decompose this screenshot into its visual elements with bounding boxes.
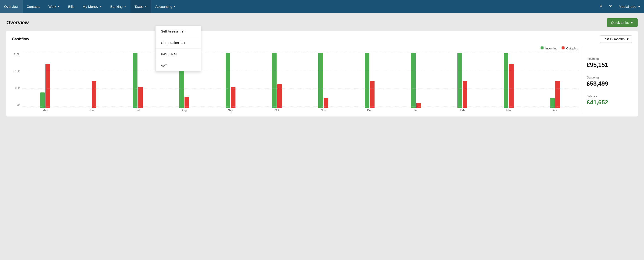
bars-row-feb bbox=[458, 53, 467, 108]
y-label-10k: £10k bbox=[12, 70, 20, 73]
bar-group-apr bbox=[550, 53, 560, 108]
bar-incoming-apr bbox=[550, 98, 555, 108]
chart-main: Incoming Outgoing £15k £10k £5k £0 bbox=[12, 46, 578, 112]
nav-label-taxes: Taxes bbox=[134, 5, 144, 9]
x-label-nov: Nov bbox=[318, 109, 328, 112]
bar-group-may bbox=[40, 53, 50, 108]
nav-item-taxes[interactable]: Taxes▼ bbox=[130, 0, 151, 13]
stat-balance-value: £41,652 bbox=[587, 99, 632, 106]
stat-outgoing-label: Outgoing bbox=[587, 76, 632, 79]
bars-row-dec bbox=[365, 53, 374, 108]
x-label-mar: Mar bbox=[504, 109, 514, 112]
chart-area: Incoming Outgoing £15k £10k £5k £0 bbox=[12, 46, 632, 112]
legend-outgoing-label: Outgoing bbox=[566, 47, 578, 50]
nav-item-banking[interactable]: Banking▼ bbox=[106, 0, 130, 13]
bar-outgoing-jun bbox=[92, 81, 96, 108]
bar-group-jul bbox=[133, 53, 143, 108]
chart-with-axis: £15k £10k £5k £0 bbox=[12, 53, 578, 112]
stat-incoming-label: Incoming bbox=[587, 57, 632, 60]
x-label-apr: Apr bbox=[550, 109, 560, 112]
nav-item-bills[interactable]: Bills bbox=[64, 0, 78, 13]
dropdown-item-corporation-tax[interactable]: Corporation Tax bbox=[156, 37, 201, 49]
cashflow-title: Cashflow bbox=[12, 37, 29, 41]
notifications-button[interactable]: ✉ bbox=[606, 4, 616, 9]
x-label-feb: Feb bbox=[457, 109, 468, 112]
bar-incoming-feb bbox=[458, 53, 462, 108]
nav-item-overview[interactable]: Overview bbox=[0, 0, 22, 13]
bar-outgoing-oct bbox=[277, 84, 282, 108]
bars-row-sep bbox=[226, 53, 236, 108]
bar-group-mar bbox=[504, 53, 514, 108]
x-label-jun: Jun bbox=[86, 109, 97, 112]
bars-row-nov bbox=[318, 53, 328, 108]
nav-label-bills: Bills bbox=[68, 5, 74, 9]
page-content: Overview Quick Links ▼ Cashflow Last 12 … bbox=[0, 13, 644, 122]
nav-label-overview: Overview bbox=[4, 5, 18, 9]
stat-outgoing: Outgoing £53,499 bbox=[587, 76, 632, 87]
bars-row-may bbox=[40, 64, 50, 108]
bars-row-jul bbox=[133, 53, 143, 108]
bar-group-dec bbox=[365, 53, 374, 108]
quick-links-chevron-icon: ▼ bbox=[630, 21, 634, 25]
y-label-15k: £15k bbox=[12, 53, 20, 56]
nav-label-work: Work bbox=[48, 5, 56, 9]
legend-incoming-label: Incoming bbox=[545, 47, 558, 50]
dropdown-item-vat[interactable]: VAT bbox=[156, 60, 201, 71]
dropdown-item-paye-ni[interactable]: PAYE & NI bbox=[156, 49, 201, 60]
bar-outgoing-dec bbox=[370, 81, 374, 108]
bar-incoming-may bbox=[40, 92, 45, 108]
nav-item-work[interactable]: Work▼ bbox=[44, 0, 64, 13]
user-name: MediaNode bbox=[619, 5, 636, 9]
nav-item-contacts[interactable]: Contacts bbox=[22, 0, 44, 13]
cashflow-header: Cashflow Last 12 months ▼ bbox=[12, 36, 632, 43]
bar-incoming-sep bbox=[226, 53, 230, 108]
bar-outgoing-nov bbox=[324, 98, 328, 108]
period-label: Last 12 months bbox=[603, 37, 624, 41]
x-labels-row: MayJunJulAugSepOctNovDecJanFebMarApr bbox=[22, 109, 578, 112]
bar-outgoing-mar bbox=[509, 64, 514, 108]
bar-outgoing-feb bbox=[463, 81, 467, 108]
y-label-0: £0 bbox=[12, 103, 20, 106]
incoming-color-dot bbox=[540, 46, 544, 49]
cashflow-card: Cashflow Last 12 months ▼ Incoming Outgo… bbox=[6, 31, 638, 116]
bar-group-nov bbox=[318, 53, 328, 108]
user-chevron-icon: ▼ bbox=[638, 5, 641, 9]
quick-links-label: Quick Links bbox=[611, 21, 629, 25]
bars-row-jan bbox=[411, 53, 421, 108]
bars-container: MayJunJulAugSepOctNovDecJanFebMarApr bbox=[22, 53, 578, 112]
bar-group-jun bbox=[86, 53, 96, 108]
taxes-dropdown-menu: Self AssessmentCorporation TaxPAYE & NIV… bbox=[155, 26, 201, 71]
bar-incoming-dec bbox=[365, 53, 369, 108]
x-label-dec: Dec bbox=[364, 109, 375, 112]
bar-incoming-mar bbox=[504, 53, 508, 108]
bars-row-oct bbox=[272, 53, 282, 108]
nav-item-my-money[interactable]: My Money▼ bbox=[78, 0, 106, 13]
search-button[interactable]: ⚲ bbox=[596, 4, 606, 9]
bar-group-jan bbox=[411, 53, 421, 108]
bar-group-feb bbox=[458, 53, 467, 108]
nav-label-contacts: Contacts bbox=[27, 5, 40, 9]
nav-label-my-money: My Money bbox=[83, 5, 98, 9]
page-header: Overview Quick Links ▼ bbox=[6, 18, 638, 27]
nav-item-accounting[interactable]: Accounting▼ bbox=[151, 0, 180, 13]
bar-outgoing-may bbox=[46, 64, 50, 108]
dropdown-item-self-assessment[interactable]: Self Assessment bbox=[156, 26, 201, 37]
y-axis: £15k £10k £5k £0 bbox=[12, 53, 22, 112]
nav-chevron-taxes: ▼ bbox=[144, 5, 147, 8]
period-select[interactable]: Last 12 months ▼ bbox=[600, 36, 632, 43]
bar-outgoing-apr bbox=[556, 81, 560, 108]
stat-balance-label: Balance bbox=[587, 94, 632, 98]
bar-outgoing-aug bbox=[184, 97, 189, 108]
page-title: Overview bbox=[6, 20, 29, 26]
quick-links-button[interactable]: Quick Links ▼ bbox=[607, 18, 638, 27]
bars-row-apr bbox=[550, 81, 560, 108]
bars-row-mar bbox=[504, 53, 514, 108]
nav-chevron-my-money: ▼ bbox=[100, 5, 102, 8]
x-label-may: May bbox=[40, 109, 50, 112]
bar-outgoing-jul bbox=[138, 87, 143, 108]
user-menu[interactable]: MediaNode ▼ bbox=[616, 5, 644, 9]
chart-legend: Incoming Outgoing bbox=[12, 46, 578, 50]
nav-chevron-banking: ▼ bbox=[124, 5, 126, 8]
outgoing-color-dot bbox=[562, 46, 564, 49]
legend-outgoing: Outgoing bbox=[562, 46, 578, 50]
